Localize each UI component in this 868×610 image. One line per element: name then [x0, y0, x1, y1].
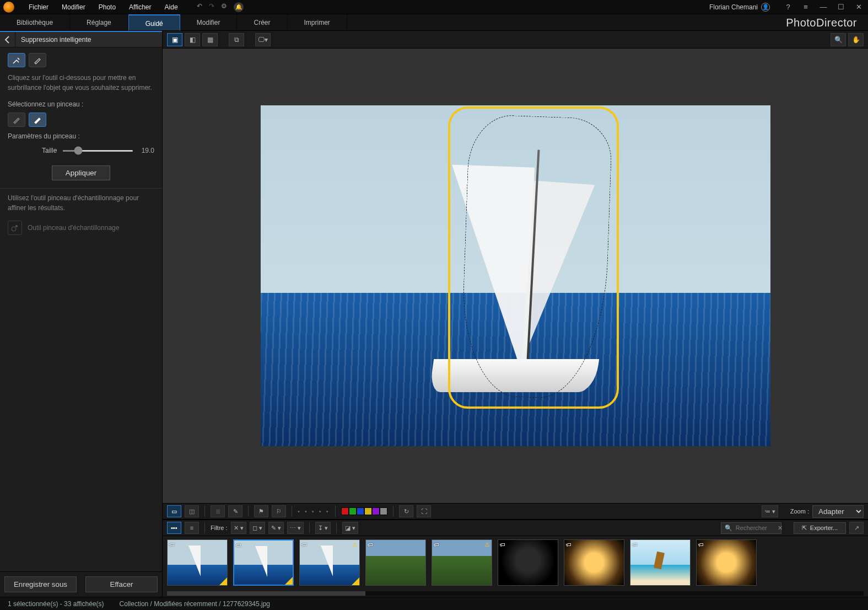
rating-stars[interactable]: • • • • • — [298, 508, 330, 515]
thumb-edited-badge — [352, 577, 359, 585]
thumbnail[interactable]: 🏷 — [696, 539, 757, 586]
search-box[interactable]: 🔍 ✕ — [721, 522, 781, 534]
close-icon[interactable]: ✕ — [853, 3, 865, 11]
thumbnail[interactable]: 🏷 — [233, 539, 294, 586]
tab-bibliothèque[interactable]: Bibliothèque — [0, 14, 70, 30]
save-as-button[interactable]: Enregistrer sous — [4, 576, 77, 592]
canvas[interactable] — [163, 49, 868, 503]
view-display-dropdown-icon[interactable]: 🖵▾ — [255, 33, 271, 46]
svg-point-0 — [12, 227, 16, 231]
panel-help-text: Cliquez sur l'outil ci-dessous pour mett… — [8, 73, 154, 93]
undo-icon[interactable]: ↶ — [197, 2, 202, 12]
color-label-swatch[interactable] — [372, 507, 380, 515]
color-label-swatch[interactable] — [341, 507, 349, 515]
thumb-small-icon[interactable]: ▪▪▪ — [167, 522, 181, 534]
filmstrip: 🏷🏷🏷⚠🏷🏷⚠🏷🏷🏷🏷 — [163, 536, 868, 597]
color-label-swatch[interactable] — [364, 507, 372, 515]
color-label-swatch[interactable] — [380, 507, 387, 515]
tab-réglage[interactable]: Réglage — [70, 14, 128, 30]
menu-modifier[interactable]: Modifier — [55, 0, 92, 14]
view-grid-icon[interactable]: ▦ — [202, 33, 218, 46]
tab-créer[interactable]: Créer — [237, 14, 287, 30]
menu-photo[interactable]: Photo — [92, 0, 122, 14]
status-bar: 1 sélectionnée(s) - 33 affichée(s) Colle… — [0, 597, 868, 610]
thumbnail[interactable]: 🏷⚠ — [432, 539, 492, 586]
view-dual-monitor-icon[interactable]: ⧉ — [229, 33, 244, 46]
flag-icon[interactable]: ⚑ — [254, 505, 268, 517]
view-compare-icon[interactable]: ◧ — [185, 33, 200, 46]
view-single-icon[interactable]: ▣ — [167, 33, 182, 46]
zoom-tool-icon[interactable]: 🔍 — [831, 33, 846, 46]
help-icon[interactable]: ? — [782, 3, 794, 11]
export-button[interactable]: ⇱ Exporter... — [794, 522, 846, 534]
user-account[interactable]: Florian Chemani 👤 — [709, 3, 770, 12]
redo-icon[interactable]: ↷ — [209, 2, 214, 12]
brush-icon[interactable]: ✎ — [228, 505, 242, 517]
search-icon: 🔍 — [725, 525, 732, 532]
app-menu: FichierModifierPhotoAfficherAide — [22, 0, 185, 14]
menu-aide[interactable]: Aide — [158, 0, 185, 14]
tab-modifier[interactable]: Modifier — [180, 14, 238, 30]
zoom-select[interactable]: Adapter — [812, 505, 864, 518]
thumbnail[interactable]: 🏷 — [630, 539, 691, 586]
thumbnail[interactable]: 🏷 — [498, 539, 558, 586]
thumb-tag-icon: 🏷 — [698, 542, 704, 548]
left-panel: Suppression intelligente Cliquez sur l'o… — [0, 31, 163, 597]
menu-afficher[interactable]: Afficher — [122, 0, 158, 14]
panel-menu-icon[interactable]: ≔ ▾ — [762, 505, 778, 517]
filter-brush-icon[interactable]: ✎ ▾ — [268, 522, 284, 534]
clear-button[interactable]: Effacer — [85, 576, 158, 592]
thumb-tag-icon: 🏷 — [500, 542, 505, 548]
filter-tools-icon[interactable]: ✕ ▾ — [231, 522, 246, 534]
filmstrip-scrollbar[interactable] — [167, 591, 864, 596]
thumbnail[interactable]: 🏷 — [564, 539, 624, 586]
maximize-icon[interactable]: ☐ — [835, 3, 847, 11]
rotate-icon[interactable]: ↻ — [399, 505, 413, 517]
layout-split-icon[interactable]: ◫ — [185, 505, 199, 517]
tab-imprimer[interactable]: Imprimer — [288, 14, 347, 30]
minimize-icon[interactable]: — — [817, 3, 829, 11]
pan-tool-icon[interactable]: ✋ — [848, 33, 864, 46]
color-label-swatch[interactable] — [349, 507, 357, 515]
select-brush-label: Sélectionnez un pinceau : — [8, 100, 154, 108]
color-label-swatch[interactable] — [357, 507, 364, 515]
brush-size-slider[interactable] — [62, 150, 133, 152]
share-icon[interactable]: ↗ — [849, 522, 864, 534]
thumbnail[interactable]: 🏷⚠ — [299, 539, 360, 586]
filter-shape-icon[interactable]: ◻ ▾ — [250, 522, 265, 534]
crop-fit-icon[interactable]: ⛶ — [417, 505, 431, 517]
info-toolbar: ▭ ◫ ≣ ✎ ⚑ ⚐ • • • • • ↻ ⛶ ≔ ▾ Zoom : Ada… — [163, 503, 868, 520]
thumb-edited-badge — [285, 577, 293, 585]
filter-color-icon[interactable]: ◪ ▾ — [342, 522, 358, 534]
thumb-tag-icon: 🏷 — [434, 542, 439, 548]
thumbnail[interactable]: 🏷 — [365, 539, 426, 586]
smart-remove-tool[interactable] — [8, 53, 25, 67]
brush-add-tool[interactable] — [8, 113, 25, 127]
brush-subtract-tool[interactable] — [29, 113, 46, 127]
unflag-icon[interactable]: ⚐ — [272, 505, 286, 517]
clear-search-icon[interactable]: ✕ — [778, 525, 783, 532]
panel-back-button[interactable] — [0, 32, 15, 47]
brush-erase-tool[interactable] — [29, 53, 46, 67]
thumbnail[interactable]: 🏷 — [167, 539, 228, 586]
settings-gear-icon[interactable]: ⚙ — [221, 2, 227, 12]
filter-more-icon[interactable]: ⋯ ▾ — [287, 522, 304, 534]
layout-single-icon[interactable]: ▭ — [167, 505, 181, 517]
thumb-warning-icon: ⚠ — [484, 541, 490, 548]
tab-guidé[interactable]: Guidé — [128, 14, 180, 30]
thumb-tag-icon: 🏷 — [566, 542, 572, 548]
size-label: Taille — [8, 147, 57, 154]
mode-tabs: BibliothèqueRéglageGuidéModifierCréerImp… — [0, 14, 868, 31]
menu-more-icon[interactable]: ≡ — [800, 3, 812, 11]
view-toolbar: ▣ ◧ ▦ ⧉ 🖵▾ 🔍 ✋ — [163, 31, 868, 49]
notifications-bell-icon[interactable]: 🔔 — [234, 2, 244, 12]
sort-icon[interactable]: ↧ ▾ — [315, 522, 331, 534]
sampling-tool-row[interactable]: Outil pinceau d'échantillonnage — [8, 221, 154, 235]
thumb-list-icon[interactable]: ≡ — [185, 522, 199, 534]
menu-fichier[interactable]: Fichier — [22, 0, 55, 14]
search-input[interactable] — [736, 525, 774, 531]
apply-button[interactable]: Appliquer — [52, 165, 110, 180]
status-selection: 1 sélectionnée(s) - 33 affichée(s) — [8, 600, 104, 608]
stack-icon[interactable]: ≣ — [211, 505, 225, 517]
title-bar: FichierModifierPhotoAfficherAide ↶ ↷ ⚙ 🔔… — [0, 0, 868, 14]
